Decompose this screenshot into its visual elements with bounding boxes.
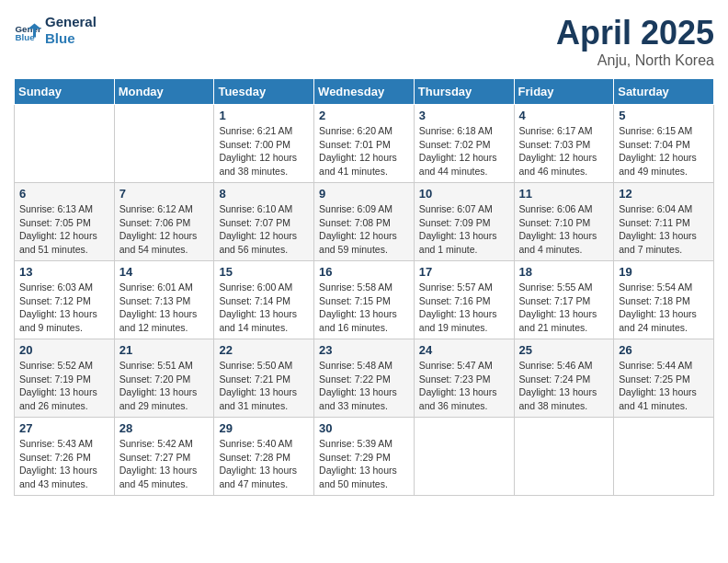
calendar-cell: 13Sunrise: 6:03 AM Sunset: 7:12 PM Dayli… <box>15 261 115 339</box>
calendar-cell: 17Sunrise: 5:57 AM Sunset: 7:16 PM Dayli… <box>414 261 514 339</box>
main-title: April 2025 <box>556 14 714 52</box>
calendar-row: 27Sunrise: 5:43 AM Sunset: 7:26 PM Dayli… <box>15 418 714 496</box>
cell-info: Sunrise: 6:13 AM Sunset: 7:05 PM Dayligh… <box>19 202 109 257</box>
weekday-header: Saturday <box>614 79 714 105</box>
day-number: 15 <box>219 265 309 279</box>
cell-info: Sunrise: 6:12 AM Sunset: 7:06 PM Dayligh… <box>119 202 210 257</box>
cell-info: Sunrise: 5:47 AM Sunset: 7:23 PM Dayligh… <box>419 359 509 413</box>
cell-info: Sunrise: 5:39 AM Sunset: 7:29 PM Dayligh… <box>319 437 409 491</box>
calendar-cell: 19Sunrise: 5:54 AM Sunset: 7:18 PM Dayli… <box>614 261 714 339</box>
calendar-cell: 14Sunrise: 6:01 AM Sunset: 7:13 PM Dayli… <box>114 261 214 339</box>
day-number: 5 <box>619 109 709 122</box>
calendar-cell: 2Sunrise: 6:20 AM Sunset: 7:01 PM Daylig… <box>314 105 415 183</box>
calendar-body: 1Sunrise: 6:21 AM Sunset: 7:00 PM Daylig… <box>15 105 714 496</box>
day-number: 28 <box>119 421 210 435</box>
title-area: April 2025 Anju, North Korea <box>556 14 714 69</box>
day-number: 7 <box>119 187 210 201</box>
weekday-header: Sunday <box>15 79 115 105</box>
cell-info: Sunrise: 6:21 AM Sunset: 7:00 PM Dayligh… <box>219 124 309 178</box>
day-number: 4 <box>519 109 609 122</box>
day-number: 30 <box>319 421 409 435</box>
cell-info: Sunrise: 5:55 AM Sunset: 7:17 PM Dayligh… <box>519 281 609 335</box>
weekday-header: Thursday <box>414 79 514 105</box>
day-number: 11 <box>519 187 609 201</box>
day-number: 2 <box>319 109 409 122</box>
weekday-header: Monday <box>114 79 214 105</box>
day-number: 3 <box>419 109 509 122</box>
calendar-cell: 6Sunrise: 6:13 AM Sunset: 7:05 PM Daylig… <box>15 183 115 261</box>
cell-info: Sunrise: 5:50 AM Sunset: 7:21 PM Dayligh… <box>219 359 309 413</box>
cell-info: Sunrise: 5:43 AM Sunset: 7:26 PM Dayligh… <box>19 437 109 491</box>
day-number: 22 <box>219 343 309 357</box>
calendar-cell: 23Sunrise: 5:48 AM Sunset: 7:22 PM Dayli… <box>314 339 415 418</box>
cell-info: Sunrise: 6:18 AM Sunset: 7:02 PM Dayligh… <box>419 124 509 178</box>
cell-info: Sunrise: 6:10 AM Sunset: 7:07 PM Dayligh… <box>219 202 309 257</box>
cell-info: Sunrise: 6:01 AM Sunset: 7:13 PM Dayligh… <box>119 281 210 335</box>
sub-title: Anju, North Korea <box>556 52 714 69</box>
calendar-cell: 1Sunrise: 6:21 AM Sunset: 7:00 PM Daylig… <box>214 105 314 183</box>
calendar-cell: 22Sunrise: 5:50 AM Sunset: 7:21 PM Dayli… <box>214 339 314 418</box>
weekday-header: Tuesday <box>214 79 314 105</box>
day-number: 26 <box>619 343 709 357</box>
day-number: 8 <box>219 187 309 201</box>
calendar-cell: 9Sunrise: 6:09 AM Sunset: 7:08 PM Daylig… <box>314 183 415 261</box>
calendar-cell: 18Sunrise: 5:55 AM Sunset: 7:17 PM Dayli… <box>514 261 614 339</box>
calendar-cell: 24Sunrise: 5:47 AM Sunset: 7:23 PM Dayli… <box>414 339 514 418</box>
logo-icon: General Blue <box>14 17 41 44</box>
calendar-cell <box>15 105 115 183</box>
cell-info: Sunrise: 6:07 AM Sunset: 7:09 PM Dayligh… <box>419 202 509 257</box>
calendar-cell: 4Sunrise: 6:17 AM Sunset: 7:03 PM Daylig… <box>514 105 614 183</box>
day-number: 23 <box>319 343 409 357</box>
day-number: 13 <box>19 265 109 279</box>
calendar-cell: 12Sunrise: 6:04 AM Sunset: 7:11 PM Dayli… <box>614 183 714 261</box>
calendar-cell: 5Sunrise: 6:15 AM Sunset: 7:04 PM Daylig… <box>614 105 714 183</box>
calendar-cell: 3Sunrise: 6:18 AM Sunset: 7:02 PM Daylig… <box>414 105 514 183</box>
day-number: 20 <box>19 343 109 357</box>
calendar-row: 20Sunrise: 5:52 AM Sunset: 7:19 PM Dayli… <box>15 339 714 418</box>
calendar-cell: 15Sunrise: 6:00 AM Sunset: 7:14 PM Dayli… <box>214 261 314 339</box>
calendar-row: 13Sunrise: 6:03 AM Sunset: 7:12 PM Dayli… <box>15 261 714 339</box>
cell-info: Sunrise: 5:52 AM Sunset: 7:19 PM Dayligh… <box>19 359 109 413</box>
cell-info: Sunrise: 6:00 AM Sunset: 7:14 PM Dayligh… <box>219 281 309 335</box>
logo: General Blue General Blue <box>14 14 97 47</box>
logo-line2: Blue <box>45 30 97 47</box>
calendar-cell: 21Sunrise: 5:51 AM Sunset: 7:20 PM Dayli… <box>114 339 214 418</box>
calendar-cell: 11Sunrise: 6:06 AM Sunset: 7:10 PM Dayli… <box>514 183 614 261</box>
cell-info: Sunrise: 5:54 AM Sunset: 7:18 PM Dayligh… <box>619 281 709 335</box>
calendar-cell <box>614 418 714 496</box>
weekday-header: Friday <box>514 79 614 105</box>
calendar-cell: 7Sunrise: 6:12 AM Sunset: 7:06 PM Daylig… <box>114 183 214 261</box>
calendar-cell <box>514 418 614 496</box>
calendar-table: SundayMondayTuesdayWednesdayThursdayFrid… <box>14 78 714 496</box>
day-number: 21 <box>119 343 210 357</box>
cell-info: Sunrise: 6:20 AM Sunset: 7:01 PM Dayligh… <box>319 124 409 178</box>
cell-info: Sunrise: 5:42 AM Sunset: 7:27 PM Dayligh… <box>119 437 210 491</box>
calendar-cell: 8Sunrise: 6:10 AM Sunset: 7:07 PM Daylig… <box>214 183 314 261</box>
calendar-row: 1Sunrise: 6:21 AM Sunset: 7:00 PM Daylig… <box>15 105 714 183</box>
cell-info: Sunrise: 5:48 AM Sunset: 7:22 PM Dayligh… <box>319 359 409 413</box>
cell-info: Sunrise: 5:46 AM Sunset: 7:24 PM Dayligh… <box>519 359 609 413</box>
cell-info: Sunrise: 6:04 AM Sunset: 7:11 PM Dayligh… <box>619 202 709 257</box>
calendar-cell: 28Sunrise: 5:42 AM Sunset: 7:27 PM Dayli… <box>114 418 214 496</box>
day-number: 16 <box>319 265 409 279</box>
calendar-header: SundayMondayTuesdayWednesdayThursdayFrid… <box>15 79 714 105</box>
cell-info: Sunrise: 6:06 AM Sunset: 7:10 PM Dayligh… <box>519 202 609 257</box>
calendar-cell: 30Sunrise: 5:39 AM Sunset: 7:29 PM Dayli… <box>314 418 415 496</box>
cell-info: Sunrise: 5:58 AM Sunset: 7:15 PM Dayligh… <box>319 281 409 335</box>
calendar-cell: 10Sunrise: 6:07 AM Sunset: 7:09 PM Dayli… <box>414 183 514 261</box>
day-number: 29 <box>219 421 309 435</box>
day-number: 14 <box>119 265 210 279</box>
calendar-cell <box>114 105 214 183</box>
header: General Blue General Blue April 2025 Anj… <box>14 14 714 69</box>
day-number: 6 <box>19 187 109 201</box>
day-number: 27 <box>19 421 109 435</box>
cell-info: Sunrise: 6:17 AM Sunset: 7:03 PM Dayligh… <box>519 124 609 178</box>
weekday-header: Wednesday <box>314 79 415 105</box>
calendar-cell: 20Sunrise: 5:52 AM Sunset: 7:19 PM Dayli… <box>15 339 115 418</box>
calendar-cell <box>414 418 514 496</box>
cell-info: Sunrise: 5:40 AM Sunset: 7:28 PM Dayligh… <box>219 437 309 491</box>
day-number: 9 <box>319 187 409 201</box>
calendar-cell: 25Sunrise: 5:46 AM Sunset: 7:24 PM Dayli… <box>514 339 614 418</box>
weekday-header-row: SundayMondayTuesdayWednesdayThursdayFrid… <box>15 79 714 105</box>
day-number: 1 <box>219 109 309 122</box>
